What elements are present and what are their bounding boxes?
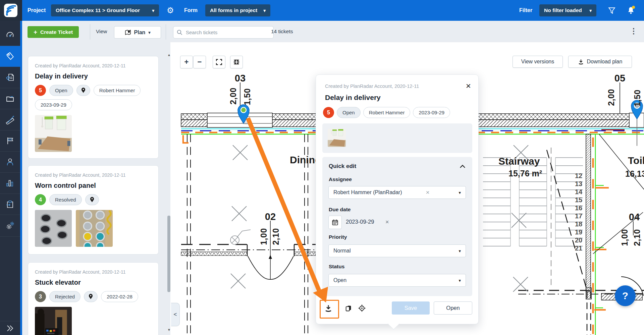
sidebar-expand-button[interactable]	[0, 321, 20, 335]
project-settings-gear-icon[interactable]: ⚙	[167, 0, 174, 21]
sidebar-item-dashboard[interactable]	[0, 25, 20, 46]
download-plan-button[interactable]: Download plan	[568, 56, 632, 68]
conference-room-image	[328, 129, 346, 147]
plan-axis-02: 02	[259, 211, 282, 222]
priority-badge: 5	[35, 85, 46, 96]
calendar-button[interactable]	[328, 216, 342, 229]
stair-number: 15	[572, 196, 585, 204]
sidebar-item-contacts[interactable]	[0, 152, 20, 173]
chevron-down-icon: ▾	[459, 248, 461, 254]
location-badge[interactable]	[76, 85, 90, 96]
map-pin-icon	[90, 197, 94, 203]
locate-ticket-button[interactable]	[357, 303, 367, 313]
map-pin-icon	[81, 88, 86, 93]
sidebar-item-flags[interactable]	[0, 130, 20, 152]
filter-dropdown[interactable]: No filter loaded ▾	[539, 4, 596, 16]
fullscreen-button[interactable]	[213, 56, 225, 68]
panel-scrollbar[interactable]	[167, 216, 170, 292]
sidebar-accent-strip	[20, 21, 22, 335]
open-button[interactable]: Open	[434, 301, 472, 315]
ticket-thumbnail[interactable]	[35, 115, 72, 152]
create-ticket-button[interactable]: + Create Ticket	[28, 26, 79, 38]
status-badge: Open	[49, 85, 73, 96]
ticket-created-meta: Created by PlanRadar Account, 2020-12-11	[35, 63, 152, 68]
gears-icon	[5, 221, 15, 230]
ticket-card-delay-in-delivery[interactable]: Created by PlanRadar Account, 2020-12-11…	[28, 56, 159, 159]
sidebar-item-tickets[interactable]	[0, 46, 20, 67]
status-badge: Open	[337, 107, 361, 118]
sidebar-item-settings[interactable]	[0, 215, 20, 237]
priority-badge: 5	[323, 107, 334, 118]
copy-icon	[345, 304, 352, 312]
ticket-badges: 4 Resolved	[35, 194, 152, 205]
double-chevron-right-icon	[6, 325, 14, 332]
sidebar-item-statistics[interactable]	[0, 173, 20, 194]
ticket-title: Worn control panel	[35, 182, 152, 189]
view-mode-dropdown[interactable]: Plan ▾	[114, 26, 161, 39]
notifications-bell-icon[interactable]	[627, 6, 635, 15]
sidebar-item-plans[interactable]	[0, 109, 20, 130]
sidebar-item-documents[interactable]	[0, 88, 20, 109]
zoom-out-button[interactable]: −	[193, 56, 206, 68]
filter-label: Filter	[519, 0, 532, 21]
clear-assignee-icon[interactable]: ×	[426, 189, 429, 196]
form-dropdown[interactable]: All forms in project ▾	[205, 4, 270, 16]
project-label: Project	[28, 0, 46, 21]
chevron-up-icon[interactable]	[460, 164, 466, 168]
fit-to-screen-button[interactable]	[230, 56, 243, 68]
stair-number: 18	[572, 220, 585, 228]
download-plan-label: Download plan	[587, 59, 623, 65]
ticket-thumbnail[interactable]	[35, 210, 72, 247]
dashboard-gauge-icon	[6, 31, 14, 40]
plan-room-toilet: Toilet	[628, 155, 644, 166]
due-date-value: 2023-09-29	[346, 219, 374, 225]
annotation-highlight-box	[320, 300, 339, 319]
zoom-in-button[interactable]: +	[180, 56, 193, 68]
more-options-icon[interactable]: ⋮	[630, 27, 637, 36]
collapse-panel-button[interactable]: <	[171, 303, 180, 326]
popup-badges: 5 Open Robert Hammer 2023-09-29	[323, 107, 450, 118]
scroll-down-icon[interactable]: ▼	[167, 328, 171, 332]
ticket-card-stuck-elevator[interactable]: Created by PlanRadar Account, 2020-12-11…	[28, 262, 159, 335]
ticket-thumbnail[interactable]	[76, 210, 113, 247]
stair-number: 19	[572, 228, 585, 236]
plan-axis-03: 03	[228, 73, 252, 84]
plan-map-icon	[125, 29, 131, 36]
ticket-thumbnail[interactable]	[35, 307, 72, 335]
popup-created-meta: Created by PlanRadar Account, 2020-12-11	[325, 83, 419, 89]
planradar-logo[interactable]	[4, 4, 17, 17]
save-button[interactable]: Save	[392, 301, 430, 315]
location-badge[interactable]	[85, 194, 99, 205]
form-label: Form	[184, 0, 198, 21]
plan-dim: 1,50	[243, 85, 252, 109]
priority-select[interactable]: Normal ▾	[328, 244, 466, 257]
status-value: Open	[333, 277, 346, 283]
sidebar-item-reports[interactable]	[0, 194, 20, 215]
ticket-thumbnail[interactable]	[328, 129, 346, 147]
map-pin-icon	[89, 294, 93, 299]
assignee-badge: Robert Hammer	[363, 107, 411, 118]
ticket-created-meta: Created by PlanRadar Account, 2020-12-11	[35, 172, 152, 178]
close-icon[interactable]: ×	[466, 81, 471, 91]
clear-due-date-icon[interactable]: ×	[385, 219, 389, 226]
search-tickets-input[interactable]	[185, 29, 260, 36]
project-dropdown[interactable]: Office Complex 11 > Ground Floor ▾	[51, 4, 159, 16]
popup-attachments-section	[322, 123, 472, 153]
filter-funnel-icon[interactable]	[608, 7, 616, 15]
ticket-card-worn-control-panel[interactable]: Created by PlanRadar Account, 2020-12-11…	[28, 165, 159, 255]
status-select[interactable]: Open ▾	[328, 274, 466, 287]
duplicate-ticket-button[interactable]	[343, 303, 354, 313]
ticket-count: 14 tickets	[271, 29, 293, 35]
form-value: All forms in project	[210, 7, 257, 13]
help-button[interactable]: ?	[615, 285, 636, 306]
due-date-badge: 2023-09-29	[413, 107, 450, 118]
plan-dim: 1,50	[633, 86, 642, 110]
due-date-badge: 2023-09-29	[35, 99, 72, 110]
scroll-up-icon[interactable]: ▲	[167, 53, 171, 57]
location-badge[interactable]	[84, 291, 98, 302]
planradar-logo-icon	[4, 4, 17, 17]
assignee-select[interactable]: Robert Hammer (PlanRadar) × ▾	[328, 186, 466, 199]
view-versions-button[interactable]: View versions	[513, 56, 563, 68]
sidebar-item-approvals[interactable]	[0, 67, 20, 88]
ruler-pencil-icon	[5, 115, 15, 124]
